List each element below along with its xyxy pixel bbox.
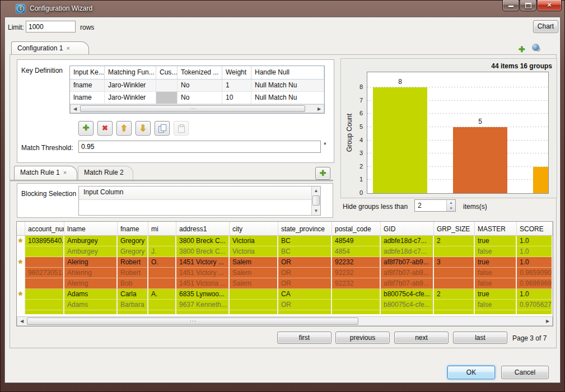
column-header[interactable]: address1 xyxy=(176,222,230,236)
key-cell[interactable]: Null Match Nu xyxy=(251,80,324,92)
scrollbar-right-arrow-icon[interactable]: ▶ xyxy=(543,317,552,325)
table-cell[interactable]: false xyxy=(475,246,517,257)
title-bar[interactable]: t Configuration Wizard × xyxy=(0,0,565,17)
table-cell[interactable] xyxy=(176,310,230,314)
table-cell[interactable]: Adams xyxy=(64,289,118,300)
table-cell[interactable]: Ahlering xyxy=(64,268,118,278)
pagination-first-button[interactable]: first xyxy=(277,332,331,344)
table-cell[interactable]: 1451 Victory ... xyxy=(176,257,230,268)
key-cell[interactable]: lname xyxy=(70,92,105,104)
table-row[interactable]: lnameJaro-WinklerNo10Null Match Nu xyxy=(70,92,324,104)
column-header[interactable]: Handle Null xyxy=(251,66,324,80)
match-threshold-input[interactable] xyxy=(78,141,321,153)
table-cell[interactable]: OR xyxy=(278,257,332,268)
table-cell[interactable]: 1451 Victory ... xyxy=(176,268,230,278)
table-cell[interactable]: Alering xyxy=(64,257,118,268)
table-cell[interactable]: 3 xyxy=(434,257,475,268)
table-cell[interactable] xyxy=(25,289,64,300)
table-cell[interactable]: BC xyxy=(278,246,332,257)
scrollbar-thumb[interactable] xyxy=(27,318,358,325)
tab-close-icon[interactable]: × xyxy=(66,45,69,52)
table-cell[interactable]: OR xyxy=(278,300,332,310)
table-cell[interactable]: af8f7b07-ab9... xyxy=(381,257,434,268)
table-row[interactable]: 960273051...AhleringRobert1451 Victory .… xyxy=(17,268,553,278)
key-cell[interactable]: Jaro-Winkler xyxy=(105,92,156,104)
table-cell[interactable]: Alering xyxy=(64,278,118,289)
table-cell[interactable]: OR xyxy=(278,278,332,289)
table-cell[interactable]: 103895640... xyxy=(25,236,64,246)
table-cell[interactable] xyxy=(332,289,381,300)
scrollbar-thumb[interactable] xyxy=(80,105,305,112)
table-row[interactable]: ★AdamsCarlaA.6835 Lynwoo...CAb80075c4-cf… xyxy=(17,289,553,300)
table-cell[interactable]: Salem xyxy=(230,278,278,289)
limit-input[interactable] xyxy=(26,21,76,32)
table-cell[interactable]: adbfe18d-c7... xyxy=(381,246,434,257)
table-cell[interactable] xyxy=(25,246,64,257)
table-cell[interactable]: BC xyxy=(278,236,332,246)
table-cell[interactable]: 92232 xyxy=(332,268,381,278)
spinner-up-icon[interactable]: ▲ xyxy=(447,200,455,206)
table-cell[interactable]: 1.0 xyxy=(517,257,553,268)
table-cell[interactable]: J. xyxy=(148,246,176,257)
table-cell[interactable]: b80075c4-cfe... xyxy=(381,300,434,310)
input-column-header[interactable]: Input Column xyxy=(79,186,320,200)
table-cell[interactable]: CA xyxy=(278,289,332,300)
table-cell[interactable]: Victoria xyxy=(230,236,278,246)
column-header[interactable]: mi xyxy=(148,222,176,236)
column-header[interactable]: lname xyxy=(64,222,118,236)
table-cell[interactable] xyxy=(25,300,64,310)
table-cell[interactable] xyxy=(434,268,475,278)
column-header[interactable]: state_province xyxy=(278,222,332,236)
match-settings-gear-icon[interactable]: ⚙ xyxy=(532,44,543,54)
column-header[interactable]: MASTER xyxy=(475,222,517,236)
table-cell[interactable]: 0.9696969 xyxy=(517,278,553,289)
table-cell[interactable]: true xyxy=(475,289,517,300)
table-cell[interactable]: 1.0 xyxy=(517,236,553,246)
table-cell[interactable]: 3800 Breck C... xyxy=(176,236,230,246)
scrollbar-up-arrow-icon[interactable]: ▲ xyxy=(312,186,320,195)
column-header[interactable]: fname xyxy=(118,222,148,236)
table-cell[interactable]: Salem xyxy=(230,257,278,268)
move-up-button[interactable]: ⇧ xyxy=(116,121,132,136)
table-cell[interactable]: 0.9659090 xyxy=(517,268,553,278)
table-cell[interactable]: 1.0 xyxy=(517,246,553,257)
table-cell[interactable]: 92232 xyxy=(332,278,381,289)
add-match-rule-button[interactable]: ✚ xyxy=(315,167,330,180)
table-cell[interactable]: 1451 Victoria ... xyxy=(176,278,230,289)
table-cell[interactable]: Amburgey xyxy=(64,236,118,246)
pagination-last-button[interactable]: last xyxy=(453,332,507,344)
table-cell[interactable]: Gregory xyxy=(118,246,148,257)
key-cell[interactable] xyxy=(156,80,178,92)
move-down-button[interactable]: ⇩ xyxy=(136,121,151,136)
table-cell[interactable]: Bob xyxy=(118,278,148,289)
delete-key-button[interactable]: ✖ xyxy=(97,121,113,136)
table-cell[interactable] xyxy=(434,278,475,289)
table-cell[interactable]: 960273051... xyxy=(25,268,64,278)
table-cell[interactable] xyxy=(25,257,64,268)
table-cell[interactable]: 3800 Breck C... xyxy=(176,246,230,257)
close-button[interactable]: × xyxy=(537,0,562,11)
table-cell[interactable]: Gregory xyxy=(118,236,148,246)
table-cell[interactable]: 4854 xyxy=(332,246,381,257)
table-cell[interactable]: Barbara xyxy=(118,300,148,310)
table-cell[interactable]: 1.0 xyxy=(517,289,553,300)
column-header[interactable]: Tokenized ... xyxy=(178,66,222,80)
table-cell[interactable] xyxy=(230,300,278,310)
cancel-button[interactable]: Cancel xyxy=(501,366,549,379)
column-header[interactable]: GID xyxy=(381,222,434,236)
table-cell[interactable]: 48549 xyxy=(332,236,381,246)
table-cell[interactable] xyxy=(434,246,475,257)
column-header[interactable]: SCORE xyxy=(517,222,553,236)
tab-match-rule-1[interactable]: Match Rule 1× xyxy=(14,166,77,180)
key-cell[interactable]: No xyxy=(178,92,222,104)
key-cell[interactable] xyxy=(156,92,178,104)
table-cell[interactable]: 92232 xyxy=(332,257,381,268)
table-cell[interactable]: false xyxy=(475,278,517,289)
table-cell[interactable]: Victoria xyxy=(230,246,278,257)
column-header[interactable]: postal_code xyxy=(332,222,381,236)
table-cell[interactable] xyxy=(25,310,64,314)
table-cell[interactable] xyxy=(25,278,64,289)
table-row[interactable]: ★103895640...AmburgeyGregory3800 Breck C… xyxy=(17,236,553,246)
table-cell[interactable]: false xyxy=(475,268,517,278)
scrollbar-down-arrow-icon[interactable]: ▼ xyxy=(312,207,320,215)
